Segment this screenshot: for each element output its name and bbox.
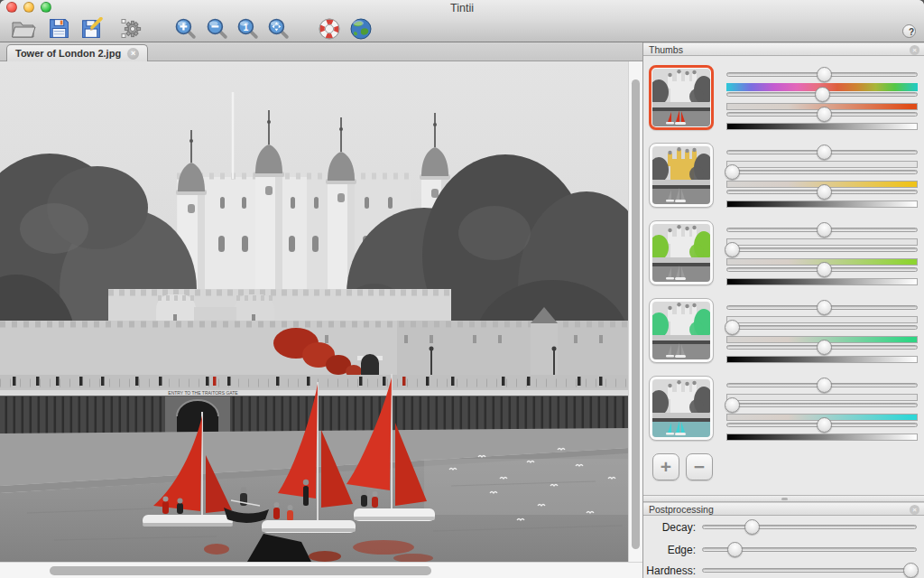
decay-slider-row: Decay: bbox=[643, 519, 924, 535]
hardness-label: Hardness: bbox=[643, 564, 696, 577]
photo-canvas: ENTRY TO THE TRAITORS GATE bbox=[0, 61, 628, 562]
hue-slider[interactable] bbox=[726, 222, 918, 238]
hue-slider[interactable] bbox=[726, 67, 918, 82]
hue-slider[interactable] bbox=[726, 144, 918, 160]
saturation-slider-track[interactable] bbox=[726, 247, 918, 252]
settings-button[interactable] bbox=[117, 15, 145, 42]
thumbs-panel-title: Thumbs bbox=[649, 44, 683, 55]
saturation-slider[interactable] bbox=[726, 397, 918, 413]
thumb-preview-image bbox=[652, 224, 710, 282]
edge-label: Edge: bbox=[643, 544, 696, 556]
zoom-fit-button[interactable] bbox=[264, 15, 292, 42]
lightness-slider[interactable] bbox=[726, 184, 918, 200]
saturation-slider[interactable] bbox=[726, 320, 918, 335]
saturation-slider-track[interactable] bbox=[726, 170, 918, 174]
globe-icon bbox=[349, 17, 373, 41]
svg-text:1: 1 bbox=[244, 23, 249, 33]
hardness-slider-knob[interactable] bbox=[903, 563, 919, 578]
add-thumb-button[interactable]: + bbox=[652, 453, 679, 480]
website-globe-button[interactable] bbox=[346, 15, 374, 42]
hue-slider-knob[interactable] bbox=[817, 300, 832, 315]
saturation-slider-knob[interactable] bbox=[725, 320, 740, 335]
thumb-entry bbox=[649, 143, 919, 211]
lightness-slider[interactable] bbox=[726, 340, 918, 355]
saturation-slider[interactable] bbox=[726, 164, 918, 180]
thumb-entry bbox=[649, 65, 919, 134]
save-as-button[interactable] bbox=[78, 15, 106, 42]
horizontal-scrollbar[interactable] bbox=[0, 562, 642, 578]
open-folder-icon bbox=[11, 18, 36, 40]
postprocessing-panel-header: Postprocessing × bbox=[643, 502, 924, 516]
zoom-actual-button[interactable]: 1 bbox=[234, 15, 262, 42]
horizontal-scrollbar-thumb[interactable] bbox=[50, 566, 431, 575]
thumb-entry bbox=[649, 298, 919, 367]
magnifier-fit-icon bbox=[267, 17, 290, 40]
help-button[interactable]: ? bbox=[902, 24, 916, 38]
lightness-slider[interactable] bbox=[726, 107, 918, 122]
lightness-slider-knob[interactable] bbox=[817, 340, 832, 355]
thumb-preview[interactable] bbox=[649, 143, 714, 208]
lightness-slider-knob[interactable] bbox=[817, 262, 832, 277]
saturation-slider-knob[interactable] bbox=[815, 87, 830, 102]
gears-icon bbox=[119, 16, 144, 42]
vertical-scrollbar[interactable] bbox=[628, 61, 642, 562]
thumb-preview-image bbox=[652, 69, 710, 126]
window-title: Tintii bbox=[0, 2, 924, 14]
hue-slider[interactable] bbox=[726, 378, 918, 393]
save-button[interactable] bbox=[45, 15, 73, 42]
decay-slider-knob[interactable] bbox=[744, 519, 760, 535]
saturation-slider-track[interactable] bbox=[726, 403, 918, 407]
hue-slider-knob[interactable] bbox=[817, 67, 832, 82]
zoom-in-button[interactable] bbox=[171, 15, 199, 42]
saturation-slider-knob[interactable] bbox=[725, 397, 740, 413]
saturation-slider-knob[interactable] bbox=[725, 242, 740, 257]
save-as-floppy-pencil-icon bbox=[80, 17, 103, 40]
image-canvas[interactable]: ENTRY TO THE TRAITORS GATE bbox=[0, 61, 642, 578]
thumb-preview[interactable] bbox=[649, 298, 714, 363]
hue-slider-knob[interactable] bbox=[817, 378, 832, 393]
zoom-out-button[interactable] bbox=[203, 15, 231, 42]
postprocessing-panel-title: Postprocessing bbox=[649, 504, 714, 515]
window-chrome: Tintii bbox=[0, 0, 924, 42]
photo-wharf: ENTRY TO THE TRAITORS GATE bbox=[0, 388, 628, 396]
thumbs-list: + − bbox=[643, 56, 924, 495]
saturation-slider[interactable] bbox=[726, 242, 918, 257]
postprocessing-panel: Decay: Edge: Hardness: bbox=[643, 516, 924, 578]
thumb-preview[interactable] bbox=[649, 376, 714, 441]
lightness-slider-knob[interactable] bbox=[817, 184, 832, 200]
lightness-gradient-strip bbox=[726, 278, 918, 285]
remove-thumb-button[interactable]: − bbox=[686, 453, 713, 480]
thumb-preview-image bbox=[652, 379, 710, 437]
vertical-scrollbar-thumb[interactable] bbox=[632, 79, 640, 549]
lightness-slider-knob[interactable] bbox=[817, 417, 832, 433]
tab-close-icon[interactable]: × bbox=[127, 48, 139, 60]
magnifier-one-icon: 1 bbox=[236, 17, 259, 40]
lightness-gradient-strip bbox=[726, 356, 918, 363]
thumb-preview[interactable] bbox=[649, 220, 714, 285]
saturation-slider-knob[interactable] bbox=[725, 164, 740, 180]
tab-tower-of-london[interactable]: Tower of London 2.jpg × bbox=[6, 44, 148, 61]
side-panel: Thumbs × bbox=[642, 42, 924, 578]
thumbs-panel-header: Thumbs × bbox=[643, 42, 924, 56]
hue-slider-knob[interactable] bbox=[817, 144, 832, 160]
thumbs-panel-close-icon[interactable]: × bbox=[910, 45, 919, 55]
hardness-slider-track[interactable] bbox=[702, 568, 917, 573]
decay-slider-track[interactable] bbox=[702, 525, 917, 529]
hue-slider[interactable] bbox=[726, 300, 918, 315]
panel-splitter[interactable] bbox=[643, 495, 924, 502]
hue-slider-knob[interactable] bbox=[817, 222, 832, 238]
edge-slider-row: Edge: bbox=[643, 542, 924, 557]
lightness-slider[interactable] bbox=[726, 417, 918, 433]
saturation-slider[interactable] bbox=[726, 87, 918, 102]
thumb-preview[interactable] bbox=[649, 65, 714, 130]
open-button[interactable] bbox=[9, 15, 37, 42]
lightness-slider[interactable] bbox=[726, 262, 918, 277]
edge-slider-knob[interactable] bbox=[727, 542, 743, 557]
lifebuoy-icon bbox=[318, 17, 341, 41]
help-lifebuoy-button[interactable] bbox=[315, 15, 343, 42]
lightness-slider-knob[interactable] bbox=[817, 107, 832, 122]
decay-label: Decay: bbox=[643, 521, 696, 534]
postprocessing-panel-close-icon[interactable]: × bbox=[910, 505, 919, 515]
splitter-grip-icon bbox=[781, 498, 788, 500]
saturation-slider-track[interactable] bbox=[726, 325, 918, 330]
